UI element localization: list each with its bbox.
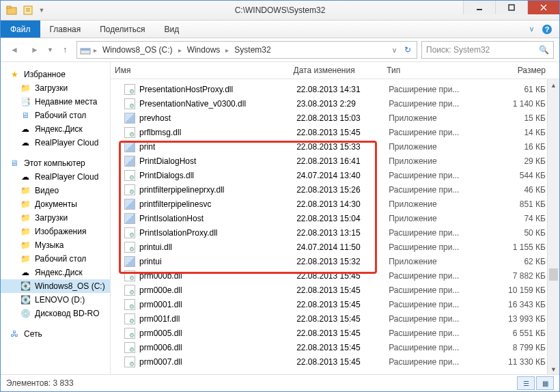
table-row[interactable]: PrintIsolationProxy.dll22.08.2013 13:15Р… <box>111 225 559 240</box>
table-row[interactable]: printui.dll24.07.2014 11:50Расширение пр… <box>111 240 559 254</box>
up-button[interactable]: ↑ <box>57 42 72 57</box>
sidebar-favorites-head[interactable]: ★Избранное <box>1 68 110 81</box>
folder-icon: 📁 <box>20 83 31 94</box>
minimize-button[interactable] <box>463 1 495 14</box>
table-row[interactable]: PrintIsolationHost22.08.2013 15:04Прилож… <box>111 211 559 225</box>
sidebar-item[interactable]: 📁Музыка <box>1 238 110 252</box>
sidebar-item-label: Загрузки <box>35 213 68 223</box>
breadcrumb-segment[interactable]: Windows8_OS (C:) <box>100 45 176 55</box>
chevron-right-icon[interactable]: ▸ <box>92 46 98 54</box>
sidebar-computer-head[interactable]: 🖥Этот компьютер <box>1 156 110 170</box>
scroll-down-icon[interactable]: ▼ <box>548 363 559 375</box>
folder-icon: 📁 <box>20 226 31 237</box>
chevron-right-icon[interactable]: ▸ <box>177 46 183 54</box>
properties-qat-icon[interactable] <box>21 3 35 17</box>
file-type: Расширение при... <box>384 99 484 109</box>
file-type: Расширение при... <box>384 314 484 324</box>
sidebar-item-realplayer[interactable]: ☁RealPlayer Cloud <box>1 136 110 150</box>
file-icon <box>124 227 135 238</box>
sidebar-item[interactable]: 📁Документы <box>1 197 110 211</box>
cloud-icon: ☁ <box>20 171 31 182</box>
column-name[interactable]: Имя <box>111 66 290 75</box>
forward-button[interactable]: ► <box>27 42 43 58</box>
sidebar: ★Избранное 📁Загрузки 📑Недавние места 🖥Ра… <box>1 62 111 375</box>
sidebar-item[interactable]: 💿Дисковод BD-RO <box>1 307 110 320</box>
scroll-up-icon[interactable]: ▲ <box>548 79 559 91</box>
column-date[interactable]: Дата изменения <box>290 66 383 75</box>
sidebar-item-label: Загрузки <box>35 83 68 93</box>
sidebar-item-downloads[interactable]: 📁Загрузки <box>1 81 110 95</box>
table-row[interactable]: prm0006.dll22.08.2013 15:45Расширение пр… <box>111 340 559 354</box>
table-row[interactable]: printfilterpipelineprxy.dll22.08.2013 15… <box>111 182 559 197</box>
breadcrumb-segment[interactable]: System32 <box>232 45 273 55</box>
table-row[interactable]: prflbmsg.dll22.08.2013 15:45Расширение п… <box>111 125 559 139</box>
sidebar-item-label: Музыка <box>35 240 64 250</box>
sidebar-network-head[interactable]: 🖧Сеть <box>1 327 110 341</box>
sidebar-item-yandex[interactable]: ☁Яндекс.Диск <box>1 122 110 136</box>
tab-view[interactable]: Вид <box>154 20 188 38</box>
tab-file[interactable]: Файл <box>1 20 40 38</box>
table-row[interactable]: prm001f.dll22.08.2013 15:45Расширение пр… <box>111 311 559 326</box>
table-row[interactable]: prm0007.dll22.08.2013 15:45Расширение пр… <box>111 354 559 369</box>
close-button[interactable] <box>527 1 559 14</box>
chevron-right-icon[interactable]: ▸ <box>224 46 230 54</box>
scroll-thumb[interactable] <box>549 268 558 281</box>
sidebar-item-recent[interactable]: 📑Недавние места <box>1 95 110 109</box>
folder-qat-icon[interactable] <box>5 3 18 17</box>
table-row[interactable]: prm0001.dll22.08.2013 15:45Расширение пр… <box>111 297 559 311</box>
search-input[interactable]: Поиск: System32 🔍 <box>421 41 554 59</box>
table-row[interactable]: prm000e.dll22.08.2013 15:45Расширение пр… <box>111 283 559 297</box>
table-row[interactable]: PresentationNative_v0300.dll23.08.2013 2… <box>111 96 559 111</box>
file-date: 22.08.2013 15:45 <box>292 271 384 281</box>
breadcrumb-segment[interactable]: Windows <box>184 45 223 55</box>
sidebar-item[interactable]: ☁Яндекс.Диск <box>1 266 110 279</box>
file-name: prm0006.dll <box>139 343 182 352</box>
ribbon-expand-icon[interactable]: v <box>530 25 533 33</box>
sidebar-item-cdrive[interactable]: 💽Windows8_OS (C:) <box>1 279 110 293</box>
sidebar-item[interactable]: 📁Видео <box>1 184 110 197</box>
file-icon <box>124 184 135 195</box>
file-date: 22.08.2013 15:45 <box>292 328 384 338</box>
qat-dropdown-icon[interactable]: ▼ <box>38 3 46 17</box>
file-date: 22.08.2013 14:30 <box>292 199 384 209</box>
view-icons-button[interactable]: ▦ <box>536 376 554 390</box>
column-size[interactable]: Размер <box>483 66 559 75</box>
sidebar-item[interactable]: 📁Рабочий стол <box>1 252 110 266</box>
column-type[interactable]: Тип <box>382 66 482 75</box>
table-row[interactable]: printui22.08.2013 15:32Приложение62 КБ <box>111 254 559 268</box>
sidebar-item[interactable]: 💽LENOVO (D:) <box>1 293 110 307</box>
table-row[interactable]: prevhost22.08.2013 15:03Приложение15 КБ <box>111 111 559 125</box>
table-row[interactable]: PresentationHostProxy.dll22.08.2013 14:3… <box>111 82 559 96</box>
history-dropdown-icon[interactable]: ▼ <box>47 46 53 53</box>
file-type: Расширение при... <box>384 271 484 281</box>
sidebar-item[interactable]: ☁RealPlayer Cloud <box>1 170 110 184</box>
refresh-icon[interactable]: ↻ <box>402 45 414 55</box>
file-icon <box>124 113 135 124</box>
table-row[interactable]: printfilterpipelinesvc22.08.2013 14:30Пр… <box>111 197 559 211</box>
drive-icon <box>80 44 91 55</box>
table-row[interactable]: prm0005.dll22.08.2013 15:45Расширение пр… <box>111 326 559 340</box>
maximize-button[interactable] <box>495 1 527 14</box>
address-bar[interactable]: ▸ Windows8_OS (C:) ▸ Windows ▸ System32 … <box>76 41 417 59</box>
sidebar-item-desktop[interactable]: 🖥Рабочий стол <box>1 109 110 122</box>
scrollbar[interactable]: ▲ ▼ <box>547 79 559 375</box>
sidebar-label: Сеть <box>24 329 42 339</box>
table-row[interactable]: prm000b.dll22.08.2013 15:45Расширение пр… <box>111 268 559 283</box>
back-button[interactable]: ◄ <box>6 42 23 58</box>
folder-icon: 📁 <box>20 240 31 251</box>
file-type: Расширение при... <box>384 85 484 94</box>
sidebar-item-label: RealPlayer Cloud <box>35 138 98 148</box>
sidebar-item[interactable]: 📁Загрузки <box>1 211 110 225</box>
view-details-button[interactable]: ☰ <box>517 376 535 390</box>
sidebar-item[interactable]: 📁Изображения <box>1 225 110 238</box>
tab-home[interactable]: Главная <box>40 20 91 38</box>
address-dropdown-icon[interactable]: v <box>389 46 400 54</box>
tab-share[interactable]: Поделиться <box>90 20 154 38</box>
help-icon[interactable]: ? <box>542 24 552 35</box>
table-row[interactable]: PrintDialogHost22.08.2013 16:41Приложени… <box>111 154 559 168</box>
file-icon <box>124 141 135 152</box>
file-name: PrintDialogs.dll <box>139 171 194 180</box>
file-date: 23.08.2013 2:29 <box>292 99 384 109</box>
table-row[interactable]: PrintDialogs.dll24.07.2014 13:40Расширен… <box>111 168 559 182</box>
table-row[interactable]: print22.08.2013 15:33Приложение16 КБ <box>111 139 559 154</box>
